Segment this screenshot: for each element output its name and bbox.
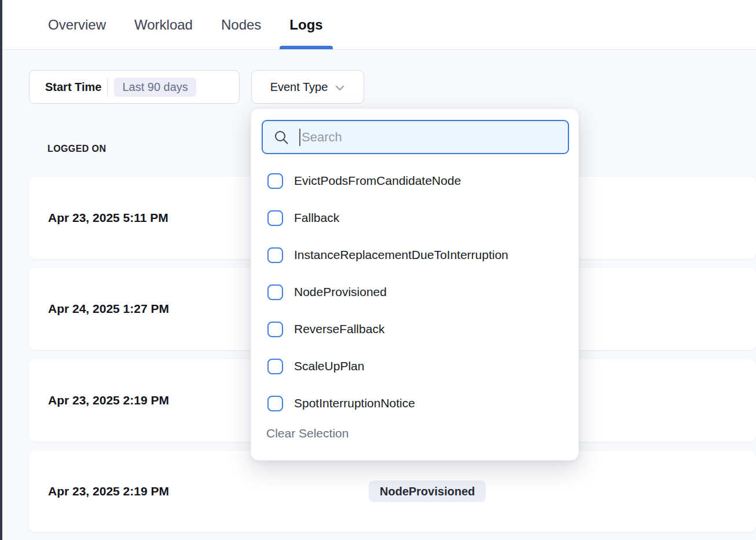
logged-on-value: Apr 23, 2025 2:19 PM bbox=[48, 484, 169, 498]
option-label: EvictPodsFromCandidateNode bbox=[294, 174, 461, 188]
option-label: ReverseFallback bbox=[294, 322, 384, 336]
option-nodeprovisioned[interactable]: NodeProvisioned bbox=[251, 273, 578, 311]
checkbox[interactable] bbox=[267, 173, 283, 189]
start-time-value: Last 90 days bbox=[114, 78, 196, 97]
logs-content: Start Time Last 90 days Event Type LOGGE… bbox=[0, 50, 756, 540]
filter-divider bbox=[107, 78, 108, 96]
option-spotinterruptionnotice[interactable]: SpotInterruptionNotice bbox=[251, 385, 578, 422]
start-time-filter[interactable]: Start Time Last 90 days bbox=[29, 70, 240, 104]
option-scaleupplan[interactable]: ScaleUpPlan bbox=[251, 348, 578, 385]
checkbox[interactable] bbox=[267, 396, 283, 411]
event-type-filter[interactable]: Event Type bbox=[251, 70, 364, 104]
option-label: NodeProvisioned bbox=[294, 285, 387, 299]
checkbox[interactable] bbox=[267, 247, 283, 263]
sidebar-edge bbox=[0, 0, 2, 540]
search-input[interactable] bbox=[262, 120, 569, 154]
option-evictpodsfromcandidatenode[interactable]: EvictPodsFromCandidateNode bbox=[251, 162, 578, 199]
table-row[interactable]: Apr 23, 2025 2:19 PM NodeProvisioned bbox=[29, 451, 756, 532]
checkbox[interactable] bbox=[267, 359, 283, 374]
column-header-logged-on: LOGGED ON bbox=[47, 144, 106, 154]
start-time-label: Start Time bbox=[45, 81, 101, 94]
option-label: SpotInterruptionNotice bbox=[294, 396, 415, 410]
tab-nodes[interactable]: Nodes bbox=[211, 0, 271, 49]
event-type-options: EvictPodsFromCandidateNode Fallback Inst… bbox=[251, 162, 578, 422]
checkbox[interactable] bbox=[267, 284, 283, 300]
tab-overview[interactable]: Overview bbox=[38, 0, 116, 49]
event-type-badge: NodeProvisioned bbox=[369, 481, 486, 502]
logs-page: Overview Workload Nodes Logs Start Time … bbox=[0, 0, 756, 540]
event-type-label: Event Type bbox=[270, 81, 328, 94]
logged-on-value: Apr 23, 2025 5:11 PM bbox=[48, 211, 168, 225]
checkbox[interactable] bbox=[267, 322, 283, 337]
logged-on-value: Apr 23, 2025 2:19 PM bbox=[48, 393, 169, 407]
option-label: Fallback bbox=[294, 211, 339, 225]
option-instancereplacementduetointerruption[interactable]: InstanceReplacementDueToInterruption bbox=[251, 236, 578, 273]
logged-on-value: Apr 24, 2025 1:27 PM bbox=[48, 302, 169, 316]
option-fallback[interactable]: Fallback bbox=[251, 199, 578, 236]
tab-bar: Overview Workload Nodes Logs bbox=[0, 0, 756, 50]
checkbox[interactable] bbox=[267, 210, 283, 226]
tab-logs[interactable]: Logs bbox=[280, 0, 332, 49]
option-label: InstanceReplacementDueToInterruption bbox=[294, 248, 508, 262]
option-label: ScaleUpPlan bbox=[294, 359, 364, 373]
dropdown-search bbox=[262, 120, 569, 154]
clear-selection-button[interactable]: Clear Selection bbox=[266, 426, 348, 440]
chevron-down-icon bbox=[335, 83, 345, 93]
option-reversefallback[interactable]: ReverseFallback bbox=[251, 311, 578, 348]
event-type-dropdown: EvictPodsFromCandidateNode Fallback Inst… bbox=[251, 108, 579, 461]
tab-workload[interactable]: Workload bbox=[124, 0, 203, 49]
